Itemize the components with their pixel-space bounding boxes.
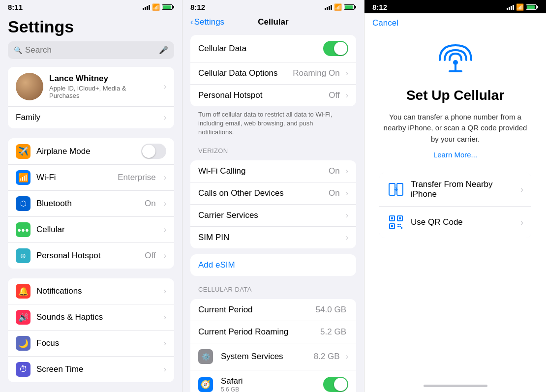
- search-icon: 🔍: [14, 46, 22, 54]
- notifications-label: Notifications: [36, 286, 158, 296]
- chevron-right-icon: ›: [164, 82, 166, 91]
- transfer-iphone-option[interactable]: Transfer From Nearby iPhone ›: [379, 173, 531, 207]
- bluetooth-label: Bluetooth: [36, 199, 139, 209]
- page-title: Settings: [0, 13, 182, 41]
- bluetooth-value: On: [145, 199, 156, 209]
- microphone-icon: 🎤: [159, 46, 168, 55]
- chevron-right-icon: ›: [346, 189, 348, 198]
- personal-hotspot-row[interactable]: Personal Hotspot Off ›: [190, 85, 356, 106]
- calls-other-devices-row[interactable]: Calls on Other Devices On ›: [190, 182, 356, 205]
- sounds-label: Sounds & Haptics: [36, 312, 158, 322]
- system-services-label: System Services: [221, 352, 310, 362]
- cellular-data-toggle[interactable]: [323, 41, 348, 56]
- sounds-row[interactable]: 🔊 Sounds & Haptics ›: [8, 304, 174, 331]
- cancel-button[interactable]: Cancel: [372, 18, 398, 28]
- chevron-right-icon: ›: [164, 199, 166, 208]
- status-bar-2: 8:12 📶: [182, 0, 364, 13]
- home-indicator: [424, 385, 487, 387]
- current-period-roaming-label: Current Period Roaming: [198, 327, 316, 337]
- cellular-row[interactable]: ●●● Cellular ›: [8, 217, 174, 243]
- sim-pin-row[interactable]: SIM PIN ›: [190, 227, 356, 248]
- personal-hotspot-label: Personal Hotspot: [198, 90, 325, 100]
- focus-label: Focus: [36, 338, 158, 348]
- profile-name: Lance Whitney: [49, 74, 158, 84]
- learn-more-link[interactable]: Learn More...: [433, 151, 477, 159]
- chevron-right-icon: ›: [164, 113, 166, 122]
- carrier-services-row[interactable]: Carrier Services ›: [190, 205, 356, 227]
- qr-code-option[interactable]: Use QR Code ›: [379, 207, 531, 238]
- signal-icon: [143, 5, 150, 10]
- notifications-section: 🔔 Notifications › 🔊 Sounds & Haptics › 🌙…: [8, 278, 174, 382]
- sim-pin-label: SIM PIN: [198, 233, 342, 242]
- status-icons-3: 📶: [507, 3, 538, 11]
- status-bar-1: 8:11 📶: [0, 0, 182, 13]
- cellular-nav-title: Cellular: [258, 17, 288, 27]
- qr-code-label: Use QR Code: [411, 217, 515, 227]
- svg-rect-9: [399, 217, 401, 219]
- focus-icon: 🌙: [16, 336, 30, 351]
- wifi-status-icon: 📶: [516, 3, 524, 11]
- setup-title: Set Up Cellular: [406, 87, 504, 104]
- cellular-data-options-label: Cellular Data Options: [198, 68, 289, 78]
- hotspot-row[interactable]: ⊕ Personal Hotspot Off ›: [8, 243, 174, 269]
- svg-rect-14: [399, 226, 401, 227]
- current-period-roaming-row: Current Period Roaming 5.2 GB: [190, 321, 356, 343]
- chevron-right-icon: ›: [520, 217, 523, 228]
- notifications-icon: 🔔: [16, 284, 30, 299]
- airplane-label: Airplane Mode: [36, 147, 135, 156]
- svg-rect-3: [389, 183, 395, 195]
- system-services-row[interactable]: ⚙️ System Services 8.2 GB ›: [190, 343, 356, 370]
- calls-other-devices-value: On: [329, 188, 340, 198]
- wifi-icon: 📶: [16, 170, 30, 185]
- transfer-iphone-label: Transfer From Nearby iPhone: [411, 180, 515, 199]
- chevron-right-icon: ›: [520, 184, 523, 195]
- notifications-row[interactable]: 🔔 Notifications ›: [8, 278, 174, 304]
- system-services-value: 8.2 GB: [314, 352, 340, 362]
- cellular-label: Cellular: [36, 225, 158, 235]
- airplane-toggle[interactable]: [141, 144, 166, 159]
- add-esim-section: Add eSIM: [190, 254, 356, 276]
- wifi-calling-row[interactable]: Wi-Fi Calling On ›: [190, 160, 356, 182]
- battery-icon: [344, 4, 356, 10]
- cancel-bar: Cancel: [364, 13, 546, 33]
- bluetooth-row[interactable]: ⬡ Bluetooth On ›: [8, 191, 174, 217]
- safari-icon: 🧭: [198, 377, 213, 392]
- cellular-large-icon: [436, 43, 475, 77]
- chevron-right-icon: ›: [346, 167, 348, 176]
- wifi-status-icon: 📶: [334, 3, 342, 11]
- carrier-services-label: Carrier Services: [198, 211, 342, 220]
- chevron-right-icon: ›: [346, 233, 348, 242]
- cellular-data-options-row[interactable]: Cellular Data Options Roaming On ›: [190, 62, 356, 85]
- airplane-mode-row[interactable]: ✈️ Airplane Mode: [8, 138, 174, 165]
- qr-code-icon: [387, 213, 405, 231]
- wifi-row[interactable]: 📶 Wi-Fi Enterprise ›: [8, 165, 174, 191]
- focus-row[interactable]: 🌙 Focus ›: [8, 331, 174, 357]
- profile-row[interactable]: Lance Whitney Apple ID, iCloud+, Media &…: [8, 67, 174, 107]
- current-period-value: 54.0 GB: [316, 305, 346, 315]
- add-esim-button[interactable]: Add eSIM: [190, 254, 356, 276]
- system-services-icon: ⚙️: [198, 349, 213, 364]
- hotspot-value: Off: [145, 251, 155, 261]
- transfer-icon: [387, 181, 405, 198]
- family-row[interactable]: Family ›: [8, 107, 174, 128]
- setup-cellular-panel: 8:12 📶 Cancel: [364, 0, 546, 392]
- current-period-row: Current Period 54.0 GB: [190, 299, 356, 321]
- cellular-data-row[interactable]: Cellular Data: [190, 35, 356, 62]
- safari-toggle[interactable]: [323, 377, 348, 392]
- svg-rect-10: [391, 225, 393, 227]
- screentime-icon: ⏱: [16, 362, 30, 377]
- cellular-icon: ●●●: [16, 222, 30, 237]
- search-input[interactable]: [25, 45, 156, 55]
- cellular-data-label: Cellular Data: [198, 44, 319, 54]
- chevron-right-icon: ›: [346, 91, 348, 100]
- status-bar-3: 8:12 📶: [364, 0, 546, 13]
- setup-content: Set Up Cellular You can transfer a phone…: [364, 33, 546, 238]
- back-button[interactable]: ‹ Settings: [190, 17, 224, 27]
- signal-icon: [507, 5, 514, 10]
- cellular-main-section: Cellular Data Cellular Data Options Roam…: [190, 35, 356, 106]
- signal-icon: [325, 5, 332, 10]
- wifi-calling-label: Wi-Fi Calling: [198, 166, 325, 176]
- screentime-row[interactable]: ⏱ Screen Time ›: [8, 357, 174, 382]
- search-bar[interactable]: 🔍 🎤: [8, 41, 174, 59]
- safari-row[interactable]: 🧭 Safari 5.6 GB: [190, 370, 356, 392]
